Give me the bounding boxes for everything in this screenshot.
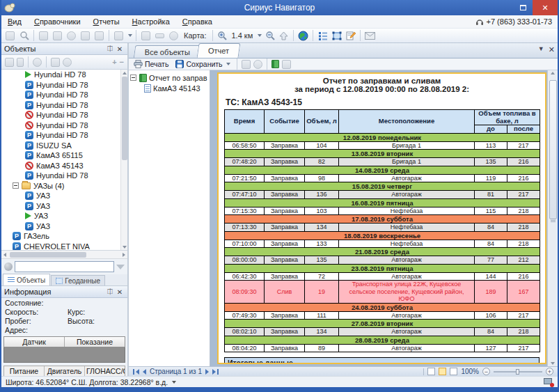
menu-item-настройка[interactable]: Настройка xyxy=(126,16,176,27)
select-area-icon[interactable] xyxy=(38,30,49,42)
tree-item[interactable]: PHyundai HD 78 xyxy=(1,171,127,181)
report-help-icon[interactable] xyxy=(253,60,262,69)
arrow-up-icon[interactable] xyxy=(278,30,290,42)
add-vehicle-icon[interactable] xyxy=(5,58,14,67)
report-cell: Транспортная улица 22Ж, Кущевское сельск… xyxy=(339,281,475,304)
save-label: Сохранить xyxy=(186,60,222,68)
tree-item[interactable]: PISUZU SA xyxy=(1,141,127,151)
tree-item[interactable]: PУАЗ xyxy=(1,201,127,212)
restore-button[interactable] xyxy=(513,0,533,15)
report-tree-root[interactable]: Отчет по заправ xyxy=(129,72,210,83)
globe-icon[interactable] xyxy=(297,30,309,42)
report-settings-icon[interactable] xyxy=(242,60,251,69)
save-button[interactable]: Сохранить xyxy=(173,60,232,68)
menu-item-вид[interactable]: Вид xyxy=(1,16,28,27)
sidebar-tab-geodata[interactable]: Геоданные xyxy=(51,275,105,285)
zoom-out-button[interactable]: − xyxy=(482,368,490,375)
main-tab-all-objects[interactable]: Все объекты xyxy=(134,45,201,58)
globe-gray-icon[interactable] xyxy=(63,58,72,67)
report-export-icon[interactable] xyxy=(282,60,291,69)
tree-item[interactable]: PУАЗ xyxy=(1,191,127,201)
refuel-row: 07:21:50Заправка98Автогараж119216 xyxy=(225,174,540,182)
tree-item[interactable]: УАЗы (4) xyxy=(1,181,127,191)
save-dropdown-icon[interactable] xyxy=(226,63,230,65)
first-page-button[interactable] xyxy=(133,369,139,375)
zoom-out-icon[interactable] xyxy=(264,30,276,42)
print-button[interactable]: Печать xyxy=(132,60,171,68)
objects-close-icon[interactable]: ✕ xyxy=(115,45,125,53)
tree-vertical-scrollbar[interactable] xyxy=(120,70,127,250)
zoom-slider-thumb[interactable] xyxy=(516,369,519,375)
zoom-tool-icon[interactable] xyxy=(18,30,30,42)
report-cell: 84 xyxy=(475,224,507,232)
edit-notes-icon[interactable] xyxy=(345,30,356,42)
single-page-view-icon[interactable] xyxy=(427,368,435,375)
filter-funnel-icon[interactable] xyxy=(116,265,125,269)
show-on-map-icon[interactable] xyxy=(33,58,42,67)
menu-item-отчеты[interactable]: Отчеты xyxy=(87,16,126,27)
prev-page-button[interactable] xyxy=(143,369,146,375)
binoculars-icon[interactable] xyxy=(17,58,24,67)
status-tab[interactable]: ГЛОНАСС/GPS xyxy=(85,366,125,376)
status-tab[interactable]: Питание xyxy=(4,366,45,376)
collapse-all-icon[interactable]: − xyxy=(120,58,124,66)
pan-hand-icon[interactable] xyxy=(4,30,16,42)
tree-expand-icon[interactable] xyxy=(13,182,19,189)
tree-item[interactable]: PКамАЗ 65115 xyxy=(1,150,127,161)
pin-icon[interactable]: ⎅ xyxy=(105,45,115,53)
tree-item[interactable]: PHyundai HD 78 xyxy=(1,80,127,91)
zoom-in-icon[interactable] xyxy=(216,30,228,42)
ruler-icon[interactable] xyxy=(154,30,166,42)
tree-item[interactable]: Hyundai HD 78 xyxy=(1,110,127,120)
report-vertical-scrollbar[interactable] xyxy=(547,70,558,366)
mail-icon[interactable] xyxy=(364,30,376,42)
measure-icon[interactable] xyxy=(65,30,77,42)
last-page-button[interactable] xyxy=(212,369,219,375)
expand-all-icon[interactable]: + xyxy=(112,58,116,66)
list-view-icon[interactable] xyxy=(317,30,329,42)
menu-item-справка[interactable]: Справка xyxy=(176,16,219,27)
flag-icon[interactable] xyxy=(93,30,105,42)
zoom-slider[interactable] xyxy=(494,371,542,373)
tree-item[interactable]: PCHEVROLET NIVA xyxy=(1,242,127,251)
report-tree-child[interactable]: КамАЗ 45143 xyxy=(129,83,210,93)
info-close-icon[interactable]: ✕ xyxy=(115,288,125,296)
refuel-row: 07:47:10Заправка136Автогараж81217 xyxy=(225,191,540,199)
tree-item[interactable]: PHyundai HD 78 xyxy=(1,100,127,111)
tree-item[interactable]: КамАЗ 45143 xyxy=(1,161,127,171)
tab-list-dropdown-icon[interactable]: ▼ xyxy=(538,45,544,54)
coords-dropdown-icon[interactable] xyxy=(172,381,176,384)
report-viewer: Отчет по заправкам и сливам за период с … xyxy=(210,70,547,366)
lock-icon[interactable] xyxy=(168,30,180,42)
object-search-input[interactable] xyxy=(15,261,114,272)
screenshot-icon[interactable] xyxy=(140,30,152,42)
status-tab[interactable]: Двигатель xyxy=(45,366,85,376)
frame-icon[interactable] xyxy=(79,30,91,42)
tree-item[interactable]: Hyundai HD 78 xyxy=(1,120,127,131)
tree-item[interactable]: Hyundai HD 78 xyxy=(1,70,127,80)
report-book-icon[interactable] xyxy=(271,60,279,68)
map-zoom-value[interactable]: 1.4 км xyxy=(230,31,255,40)
next-page-button[interactable] xyxy=(205,369,209,375)
info-pin-icon[interactable]: ⎅ xyxy=(105,288,115,296)
sidebar-tab-objects[interactable]: Объекты xyxy=(3,274,50,285)
layers-dropdown-icon[interactable] xyxy=(128,34,132,37)
fit-width-view-icon[interactable] xyxy=(439,368,446,375)
geozone-select-icon[interactable] xyxy=(331,30,343,42)
select-lasso-icon[interactable] xyxy=(52,30,63,42)
tree-item[interactable]: PHyundai HD 78 xyxy=(1,130,127,141)
map-zoom-dropdown-icon[interactable] xyxy=(258,34,262,37)
multi-page-view-icon[interactable] xyxy=(450,368,457,375)
tree-item[interactable]: PГАЗель xyxy=(1,231,127,242)
tab-close-icon[interactable]: ✕ xyxy=(549,45,555,54)
main-tab-report[interactable]: Отчет xyxy=(196,43,240,58)
layers-icon[interactable] xyxy=(113,30,125,42)
truck-icon[interactable] xyxy=(51,58,60,67)
zoom-in-button[interactable]: + xyxy=(546,368,553,375)
menu-item-справочники[interactable]: Справочники xyxy=(28,16,87,27)
tree-item[interactable]: УАЗ xyxy=(1,211,127,221)
tree-horizontal-scrollbar[interactable] xyxy=(1,251,127,259)
tree-item[interactable]: PHyundai HD 78 xyxy=(1,90,127,100)
close-button[interactable]: ✕ xyxy=(533,0,558,15)
tree-item[interactable]: PУАЗ xyxy=(1,221,127,232)
